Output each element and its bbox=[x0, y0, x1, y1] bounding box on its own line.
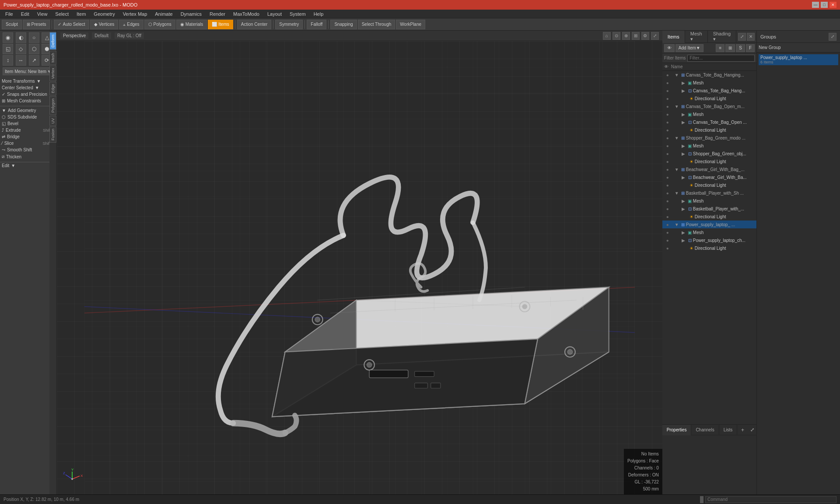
items-view-btn-2[interactable]: ⊞ bbox=[725, 44, 735, 52]
vp-camera-button[interactable]: ⊙ bbox=[612, 32, 620, 40]
status-divider[interactable] bbox=[700, 496, 704, 503]
falloff-button[interactable]: Falloff bbox=[307, 20, 326, 29]
menu-view[interactable]: View bbox=[34, 10, 51, 18]
item-row[interactable]: ● ☀ Directional Light bbox=[662, 213, 756, 220]
groups-expand-button[interactable]: ⤢ bbox=[829, 33, 836, 41]
vp-settings-button[interactable]: ⚙ bbox=[641, 32, 649, 40]
viewport-canvas[interactable]: No Items Polygons : Face Channels : 0 De… bbox=[57, 41, 662, 494]
expand-icon[interactable]: ▶ bbox=[682, 238, 687, 243]
item-vis-icon[interactable]: ● bbox=[664, 183, 671, 188]
item-vis-icon[interactable]: ● bbox=[664, 144, 671, 148]
tab-deform[interactable]: Deform bbox=[49, 32, 56, 50]
expand-icon[interactable]: ▶ bbox=[682, 199, 687, 203]
sds-subdivide-item[interactable]: ⬡ SDS Subdivide D bbox=[0, 114, 56, 120]
items-list[interactable]: ● ▼ ⊞ Canvas_Tote_Bag_Hanging... ● ▶ ▣ M… bbox=[662, 71, 756, 424]
expand-icon[interactable]: ▶ bbox=[682, 80, 687, 85]
tab-mesh[interactable]: Mesh ▾ bbox=[685, 31, 708, 43]
expand-icon[interactable]: ▼ bbox=[675, 167, 680, 172]
tab-channels[interactable]: Channels bbox=[691, 425, 719, 435]
filter-input[interactable] bbox=[687, 55, 755, 62]
item-vis-icon[interactable]: ● bbox=[664, 88, 671, 93]
items-panel-close-button[interactable]: ✕ bbox=[747, 33, 755, 41]
more-transforms-item[interactable]: More Transforms ▼ bbox=[0, 78, 56, 84]
auto-select-button[interactable]: ✓ Auto Select bbox=[54, 20, 89, 29]
workplane-button[interactable]: WorkPlane bbox=[396, 20, 425, 29]
menu-select[interactable]: Select bbox=[52, 10, 72, 18]
items-button[interactable]: ⬜ Items bbox=[208, 20, 233, 29]
vp-fullscreen-button[interactable]: ⤢ bbox=[651, 32, 659, 40]
slice-item[interactable]: ∕ Slice Shift-C bbox=[0, 140, 56, 147]
menu-render[interactable]: Render bbox=[206, 10, 229, 18]
item-vis-icon[interactable]: ● bbox=[664, 120, 671, 125]
tab-uv[interactable]: UV bbox=[49, 116, 56, 126]
item-row[interactable]: ● ▶ ▣ Mesh bbox=[662, 197, 756, 205]
expand-icon[interactable]: ▶ bbox=[682, 120, 687, 125]
item-vis-icon[interactable]: ● bbox=[664, 175, 671, 180]
item-row[interactable]: ● ▶ ⊡ Beachwear_Girl_With_Ba... bbox=[662, 173, 756, 181]
tool-btn-3[interactable]: ○ bbox=[29, 32, 39, 43]
item-vis-icon[interactable]: ● bbox=[664, 222, 671, 227]
tool-btn-10[interactable]: ↔ bbox=[16, 55, 26, 66]
item-row[interactable]: ● ▶ ⊡ Basketball_Player_with_... bbox=[662, 205, 756, 213]
viewport-shading[interactable]: Default bbox=[92, 32, 111, 39]
props-add-button[interactable]: + bbox=[738, 427, 748, 433]
vertices-button[interactable]: ◆ Vertices bbox=[90, 20, 119, 29]
tab-properties[interactable]: Properties bbox=[662, 425, 692, 435]
viewport-render-mode[interactable]: Ray GL : Off bbox=[115, 32, 144, 39]
menu-edit[interactable]: Edit bbox=[18, 10, 33, 18]
item-vis-icon[interactable]: ● bbox=[664, 214, 671, 219]
edit-dropdown[interactable]: Edit ▼ bbox=[0, 162, 56, 169]
item-row[interactable]: ● ▶ ▣ Mesh bbox=[662, 79, 756, 87]
bridge-item[interactable]: ⇌ Bridge bbox=[0, 133, 56, 140]
item-vis-icon[interactable]: ● bbox=[664, 136, 671, 140]
expand-icon[interactable]: ▶ bbox=[682, 151, 687, 156]
item-row[interactable]: ● ▶ ⊡ Shopper_Bag_Green_obj... bbox=[662, 150, 756, 158]
menu-vertex-map[interactable]: Vertex Map bbox=[119, 10, 151, 18]
expand-icon[interactable]: ▶ bbox=[682, 112, 687, 117]
item-row-selected[interactable]: ● ▼ ⊞ Power_supply_laptop_ ... bbox=[662, 220, 756, 228]
tab-polygon[interactable]: Polygon bbox=[49, 96, 56, 115]
item-row[interactable]: ● ▶ ▣ Mesh bbox=[662, 110, 756, 118]
item-vis-icon[interactable]: ● bbox=[664, 206, 671, 211]
item-row[interactable]: ● ☀ Directional Light bbox=[662, 126, 756, 134]
expand-icon[interactable]: ▼ bbox=[675, 191, 680, 196]
add-geometry-header[interactable]: ▼ Add Geometry bbox=[0, 106, 56, 114]
items-filter-btn[interactable]: F bbox=[746, 44, 755, 52]
item-vis-icon[interactable]: ● bbox=[664, 96, 671, 101]
add-item-button[interactable]: Add Item ▼ bbox=[676, 44, 704, 52]
tab-fusion[interactable]: Fusion bbox=[49, 126, 56, 143]
item-row[interactable]: ● ▶ ▣ Mesh bbox=[662, 228, 756, 236]
item-row[interactable]: ● ▼ ⊞ Basketball_Player_with_Sh ... bbox=[662, 189, 756, 197]
tool-btn-6[interactable]: ◇ bbox=[16, 44, 26, 54]
item-vis-icon[interactable]: ● bbox=[664, 159, 671, 164]
close-button[interactable]: ✕ bbox=[830, 2, 836, 8]
viewport[interactable]: Perspective Default Ray GL : Off ⌂ ⊙ ⊕ ⊞… bbox=[57, 31, 662, 494]
item-vis-icon[interactable]: ● bbox=[664, 238, 671, 243]
smooth-shift-item[interactable]: ⤳ Smooth Shift bbox=[0, 147, 56, 153]
expand-icon[interactable]: ▼ bbox=[675, 136, 680, 140]
item-vis-icon[interactable]: ● bbox=[664, 80, 671, 85]
expand-icon[interactable]: ▶ bbox=[682, 230, 687, 235]
vp-zoom-button[interactable]: ⊕ bbox=[622, 32, 630, 40]
extrude-item[interactable]: ⤴ Extrude Shift-X bbox=[0, 127, 56, 133]
snapping-button[interactable]: Snapping bbox=[330, 20, 357, 29]
snaps-precision-item[interactable]: ✓ Snaps and Precision bbox=[0, 91, 56, 98]
expand-icon[interactable]: ▶ bbox=[682, 88, 687, 93]
item-row[interactable]: ● ▶ ⊡ Power_supply_laptop_ch... bbox=[662, 236, 756, 244]
props-expand-button[interactable]: ⤢ bbox=[748, 425, 756, 435]
materials-button[interactable]: ◉ Materials bbox=[176, 20, 207, 29]
item-row[interactable]: ● ☀ Directional Light bbox=[662, 244, 756, 252]
maximize-button[interactable]: □ bbox=[821, 2, 828, 8]
vp-fit-button[interactable]: ⊞ bbox=[632, 32, 640, 40]
item-vis-icon[interactable]: ● bbox=[664, 199, 671, 203]
item-row[interactable]: ● ▼ ⊞ Beachwear_Girl_With_Bag_... bbox=[662, 165, 756, 173]
expand-icon[interactable]: ▶ bbox=[682, 175, 687, 180]
tab-mesh[interactable]: Mesh bbox=[49, 51, 56, 65]
symmetry-button[interactable]: Symmetry bbox=[275, 20, 303, 29]
action-center-button[interactable]: Action Center bbox=[237, 20, 272, 29]
menu-item[interactable]: Item bbox=[73, 10, 89, 18]
edges-button[interactable]: ⟁ Edges bbox=[119, 20, 143, 29]
presets-button[interactable]: ⊞ Presets bbox=[23, 20, 50, 29]
tool-btn-1[interactable]: ◉ bbox=[3, 32, 13, 43]
tool-btn-11[interactable]: ↗ bbox=[29, 55, 39, 66]
